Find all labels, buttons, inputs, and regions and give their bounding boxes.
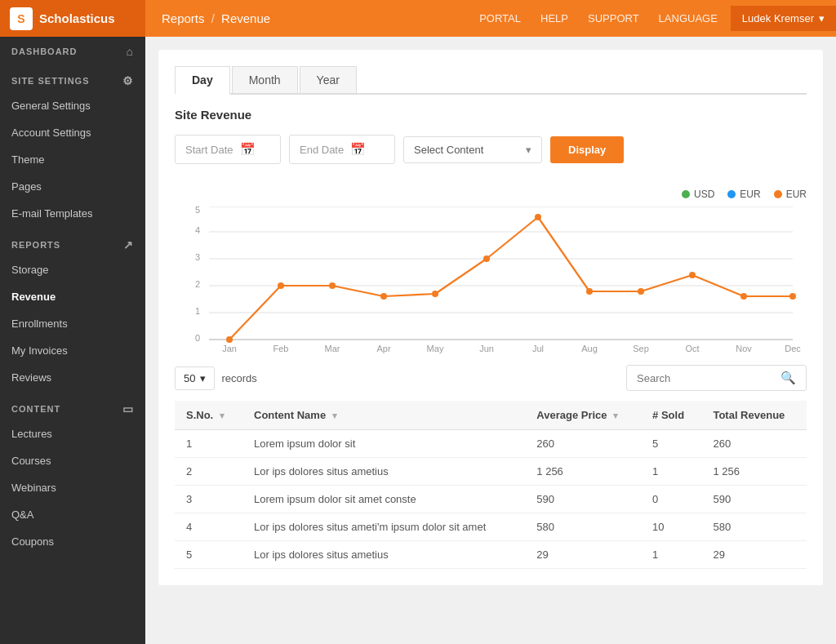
- col-sold: # Sold: [641, 401, 701, 430]
- svg-text:Nov: Nov: [736, 344, 752, 353]
- sidebar-section-dashboard: DASHBOARD ⌂: [0, 37, 145, 63]
- svg-point-27: [329, 282, 336, 289]
- svg-text:Aug: Aug: [581, 344, 598, 353]
- legend-eur-2: EUR: [774, 189, 807, 200]
- sidebar-item-general-settings[interactable]: General Settings: [0, 92, 145, 119]
- col-content-name[interactable]: Content Name ▾: [242, 401, 525, 430]
- svg-point-36: [789, 293, 796, 300]
- svg-text:Jan: Jan: [222, 344, 237, 353]
- nav-help[interactable]: HELP: [540, 12, 568, 24]
- svg-point-32: [586, 288, 593, 295]
- cell-revenue: 29: [701, 541, 807, 569]
- svg-text:Feb: Feb: [273, 344, 289, 353]
- sort-price-icon: ▾: [613, 411, 618, 420]
- svg-text:5: 5: [195, 207, 200, 215]
- dashboard-icon: ⌂: [127, 45, 134, 58]
- table-row: 2 Lor ips dolores situs ametius 1 256 1 …: [175, 458, 807, 486]
- cell-avg-price: 29: [525, 541, 641, 569]
- legend-eur-1-label: EUR: [740, 189, 760, 200]
- legend-eur-1-dot: [727, 190, 736, 198]
- svg-text:Apr: Apr: [376, 344, 390, 353]
- sidebar-item-email-templates[interactable]: E-mail Templates: [0, 200, 145, 227]
- cell-avg-price: 1 256: [525, 458, 641, 486]
- start-date-input[interactable]: Start Date 📅: [175, 135, 281, 164]
- search-input[interactable]: [637, 372, 774, 384]
- cell-sno: 4: [175, 513, 242, 541]
- sidebar-item-theme[interactable]: Theme: [0, 146, 145, 173]
- sidebar-item-my-invoices[interactable]: My Invoices: [0, 337, 145, 364]
- main-card: Day Month Year Site Revenue Start Date 📅…: [158, 50, 823, 585]
- svg-point-29: [432, 291, 438, 297]
- sidebar-item-account-settings[interactable]: Account Settings: [0, 119, 145, 146]
- records-label: records: [221, 372, 256, 384]
- user-menu[interactable]: Ludek Kremser ▾: [731, 6, 836, 31]
- search-box: 🔍: [626, 365, 807, 391]
- filter-row: Start Date 📅 End Date 📅 Select Content ▾…: [175, 135, 807, 164]
- cell-sold: 5: [641, 430, 701, 458]
- sidebar-item-storage[interactable]: Storage: [0, 256, 145, 283]
- svg-text:May: May: [427, 344, 444, 353]
- cell-revenue: 580: [701, 513, 807, 541]
- nav-portal[interactable]: PORTAL: [479, 12, 521, 24]
- records-per-page-select[interactable]: 50 ▾: [175, 366, 215, 390]
- tab-day[interactable]: Day: [175, 66, 230, 95]
- cell-revenue: 260: [701, 430, 807, 458]
- table-row: 1 Lorem ipsum dolor sit 260 5 260: [175, 430, 807, 458]
- sidebar-item-qa[interactable]: Q&A: [0, 501, 145, 528]
- cell-content-name: Lor ips dolores situs ametius: [242, 541, 525, 569]
- main-layout: DASHBOARD ⌂ SITE SETTINGS ⚙ General Sett…: [0, 37, 836, 644]
- cell-sold: 1: [641, 458, 701, 486]
- tab-year[interactable]: Year: [300, 66, 357, 93]
- cell-avg-price: 580: [525, 513, 641, 541]
- breadcrumb-part2: Revenue: [221, 11, 270, 25]
- svg-text:3: 3: [195, 252, 200, 262]
- cell-sno: 3: [175, 486, 242, 513]
- sidebar-item-revenue[interactable]: Revenue: [0, 283, 145, 310]
- sort-name-icon: ▾: [332, 411, 337, 420]
- cell-sold: 0: [641, 486, 701, 513]
- table-section: 50 ▾ records 🔍 S.No. ▾: [175, 365, 807, 569]
- end-date-input[interactable]: End Date 📅: [289, 135, 395, 164]
- table-body: 1 Lorem ipsum dolor sit 260 5 260 2 Lor …: [175, 430, 807, 569]
- col-avg-price[interactable]: Average Price ▾: [525, 401, 641, 430]
- svg-text:0: 0: [195, 333, 200, 343]
- cell-content-name: Lor ips dolores situs ameti'm ipsum dolo…: [242, 513, 525, 541]
- data-table: S.No. ▾ Content Name ▾ Average Price ▾ #…: [175, 401, 807, 569]
- sidebar-item-enrollments[interactable]: Enrollments: [0, 310, 145, 337]
- nav-language[interactable]: LANGUAGE: [659, 12, 718, 24]
- legend-eur-2-dot: [774, 190, 782, 198]
- content-area: Day Month Year Site Revenue Start Date 📅…: [145, 37, 836, 644]
- table-header: S.No. ▾ Content Name ▾ Average Price ▾ #…: [175, 401, 807, 430]
- sidebar-item-reviews[interactable]: Reviews: [0, 364, 145, 391]
- cell-sold: 1: [641, 541, 701, 569]
- nav-links: PORTAL HELP SUPPORT LANGUAGE: [479, 12, 731, 24]
- svg-point-31: [535, 214, 541, 220]
- breadcrumb-part1: Reports: [162, 11, 205, 25]
- chart-legend: USD EUR EUR: [175, 189, 807, 200]
- svg-point-28: [380, 293, 387, 300]
- display-button[interactable]: Display: [550, 136, 624, 163]
- section-title: Site Revenue: [175, 108, 807, 122]
- tab-month[interactable]: Month: [232, 66, 298, 93]
- end-date-calendar-icon: 📅: [350, 142, 366, 157]
- search-icon: 🔍: [780, 371, 796, 385]
- start-date-calendar-icon: 📅: [240, 142, 256, 157]
- sidebar-item-courses[interactable]: Courses: [0, 447, 145, 474]
- sidebar-item-coupons[interactable]: Coupons: [0, 528, 145, 555]
- chart-container: USD EUR EUR 0 1 2 3: [175, 180, 807, 365]
- sidebar-item-pages[interactable]: Pages: [0, 173, 145, 200]
- cell-revenue: 1 256: [701, 458, 807, 486]
- sidebar-item-lectures[interactable]: Lectures: [0, 420, 145, 447]
- svg-point-33: [638, 288, 644, 295]
- cell-sno: 1: [175, 430, 242, 458]
- col-sno[interactable]: S.No. ▾: [175, 401, 242, 430]
- legend-usd-dot: [682, 190, 690, 198]
- svg-text:1: 1: [195, 306, 200, 316]
- start-date-label: Start Date: [185, 144, 233, 156]
- content-select[interactable]: Select Content ▾: [403, 136, 542, 163]
- sidebar-item-webinars[interactable]: Webinars: [0, 474, 145, 501]
- top-navigation: S Scholasticus Reports / Revenue PORTAL …: [0, 0, 836, 37]
- reports-icon: ↗: [123, 238, 134, 251]
- nav-support[interactable]: SUPPORT: [588, 12, 639, 24]
- table-row: 5 Lor ips dolores situs ametius 29 1 29: [175, 541, 807, 569]
